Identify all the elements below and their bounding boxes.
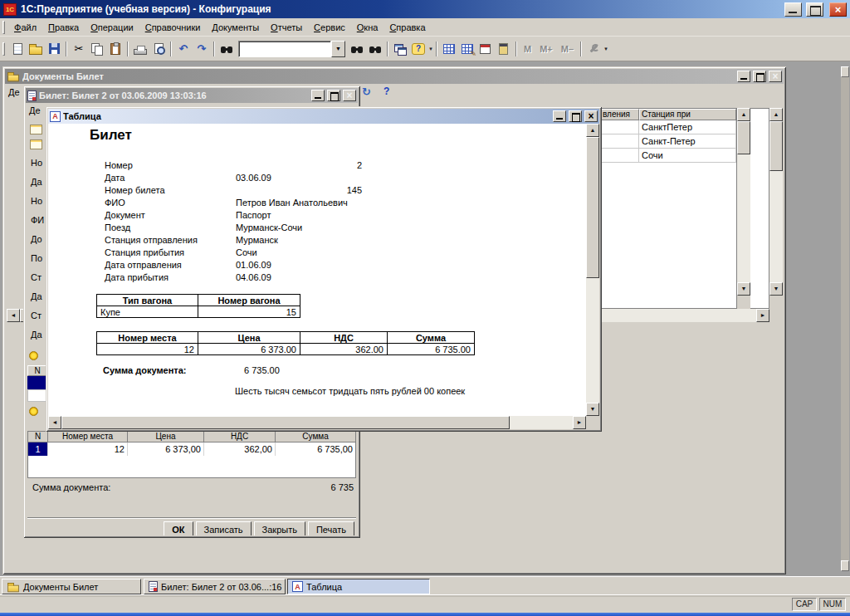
save-button[interactable] bbox=[45, 40, 63, 58]
print-button[interactable] bbox=[131, 40, 149, 58]
new-row-icon[interactable] bbox=[29, 351, 38, 360]
scrollbar-thumb[interactable] bbox=[586, 137, 599, 278]
maximize-icon[interactable] bbox=[806, 2, 823, 17]
table-button[interactable] bbox=[440, 40, 458, 58]
tools-dropdown-icon[interactable]: ▼ bbox=[603, 46, 608, 51]
toolbar-grip[interactable] bbox=[2, 42, 5, 56]
tab-ticket-form[interactable]: Билет: Билет 2 от 03.06...:16 bbox=[144, 579, 286, 594]
scroll-down-button[interactable] bbox=[737, 282, 750, 296]
scrollbar-thumb[interactable] bbox=[61, 416, 510, 429]
new-document-button[interactable] bbox=[8, 40, 27, 58]
minimize-icon[interactable] bbox=[311, 90, 325, 101]
table-edit-button[interactable]: ✎ bbox=[458, 40, 476, 58]
docs-window-titlebar[interactable]: Документы Билет bbox=[5, 69, 784, 84]
close-button[interactable]: Закрыть bbox=[254, 521, 305, 535]
new-row-icon[interactable] bbox=[29, 407, 38, 416]
column-header-vat[interactable]: НДС bbox=[204, 432, 276, 442]
maximize-icon[interactable] bbox=[753, 71, 766, 82]
help-icon[interactable]: ? bbox=[383, 86, 389, 97]
cut-button[interactable]: ✂ bbox=[70, 40, 88, 58]
print-preview-button[interactable] bbox=[149, 40, 168, 58]
scroll-up-button[interactable] bbox=[737, 108, 750, 121]
row-number-cell[interactable]: 1 bbox=[28, 442, 48, 456]
column-header-arrival-station[interactable]: Станция при bbox=[639, 109, 736, 120]
memory-mplus-button[interactable]: М+ bbox=[535, 44, 557, 54]
scroll-left-button[interactable] bbox=[48, 416, 61, 429]
close-icon[interactable] bbox=[769, 71, 782, 82]
close-icon[interactable] bbox=[343, 90, 356, 101]
menu-reports[interactable]: Отчеты bbox=[265, 20, 308, 35]
scroll-right-button[interactable] bbox=[573, 416, 586, 429]
memory-m-button[interactable]: М bbox=[520, 44, 535, 54]
find-next-button[interactable] bbox=[348, 40, 366, 58]
open-button[interactable] bbox=[27, 40, 45, 58]
vat-cell[interactable]: 362,00 bbox=[204, 442, 276, 456]
wagons-grid-selected-cell[interactable] bbox=[27, 376, 47, 389]
column-header-price[interactable]: Цена bbox=[128, 432, 204, 442]
column-header-sum[interactable]: Сумма bbox=[276, 432, 355, 442]
menu-file[interactable]: Файл bbox=[8, 20, 42, 35]
sum-cell[interactable]: 6 735,00 bbox=[276, 442, 355, 456]
mdi-scrollbar[interactable] bbox=[841, 66, 849, 571]
menu-service[interactable]: Сервис bbox=[308, 20, 351, 35]
seat-cell[interactable]: 12 bbox=[48, 442, 128, 456]
list-select-icon[interactable] bbox=[30, 125, 42, 134]
app-titlebar[interactable]: 1С 1С:Предприятие (учебная версия) - Кон… bbox=[0, 0, 850, 18]
chevron-down-icon[interactable]: ▼ bbox=[331, 41, 345, 57]
scroll-down-button[interactable] bbox=[841, 560, 849, 571]
menu-references[interactable]: Справочники bbox=[139, 20, 207, 35]
print-button[interactable]: Печать bbox=[308, 521, 354, 535]
seats-grid[interactable]: N Номер места Цена НДС Сумма 1 12 6 373,… bbox=[27, 431, 356, 478]
find-previous-button[interactable] bbox=[366, 40, 384, 58]
list-item[interactable]: СанктПетер bbox=[600, 120, 736, 134]
list-item[interactable]: Сочи bbox=[600, 149, 736, 163]
minimize-icon[interactable] bbox=[784, 2, 802, 17]
redo-button[interactable]: ↷ bbox=[193, 40, 211, 58]
scroll-left-button[interactable] bbox=[7, 309, 20, 322]
menu-windows[interactable]: Окна bbox=[351, 20, 384, 35]
scroll-up-button[interactable] bbox=[841, 66, 849, 77]
close-icon[interactable] bbox=[829, 2, 847, 17]
refresh-icon[interactable]: ↻ bbox=[362, 86, 371, 98]
paste-button[interactable] bbox=[106, 40, 125, 58]
close-icon[interactable] bbox=[584, 110, 598, 122]
calculator-button[interactable] bbox=[495, 40, 513, 58]
scroll-down-button[interactable] bbox=[769, 282, 783, 296]
undo-button[interactable]: ↶ bbox=[174, 40, 193, 58]
list-item[interactable]: Санкт-Петер bbox=[600, 134, 736, 149]
scrollbar-thumb[interactable] bbox=[769, 121, 783, 171]
help-button[interactable]: ? bbox=[409, 40, 427, 58]
find-button[interactable] bbox=[217, 40, 236, 58]
menu-operations[interactable]: Операции bbox=[85, 20, 139, 35]
docs-actions-button[interactable]: Де bbox=[8, 87, 20, 97]
windows-list-button[interactable] bbox=[391, 40, 409, 58]
tools-button[interactable] bbox=[584, 40, 603, 58]
maximize-icon[interactable] bbox=[327, 90, 340, 101]
minimize-icon[interactable] bbox=[553, 110, 566, 122]
table-window-titlebar[interactable]: А Таблица bbox=[48, 109, 599, 124]
copy-button[interactable] bbox=[88, 40, 106, 58]
column-header-seat[interactable]: Номер места bbox=[48, 432, 128, 442]
search-input[interactable] bbox=[238, 41, 331, 57]
scrollbar-thumb[interactable] bbox=[737, 121, 750, 154]
documents-list[interactable]: вления Станция при СанктПетер Санкт-Пете… bbox=[599, 108, 737, 309]
scroll-right-button[interactable] bbox=[756, 309, 769, 322]
list-select-icon[interactable] bbox=[30, 139, 42, 149]
menu-help[interactable]: Справка bbox=[383, 20, 431, 35]
memory-mminus-button[interactable]: М– bbox=[557, 44, 578, 54]
price-cell[interactable]: 6 373,00 bbox=[128, 442, 204, 456]
menu-edit[interactable]: Правка bbox=[42, 20, 85, 35]
minimize-icon[interactable] bbox=[737, 71, 750, 82]
column-header-n[interactable]: N bbox=[28, 432, 48, 442]
maximize-icon[interactable] bbox=[569, 110, 582, 122]
table-row[interactable]: 1 12 6 373,00 362,00 6 735,00 bbox=[28, 442, 355, 456]
column-header-departure-station[interactable]: вления bbox=[600, 109, 639, 120]
scroll-up-button[interactable] bbox=[769, 108, 783, 121]
menubar-grip[interactable] bbox=[2, 21, 5, 34]
ticket-actions-button[interactable]: Де bbox=[29, 105, 41, 115]
calendar-button[interactable] bbox=[476, 40, 495, 58]
tab-documents-bilet[interactable]: Документы Билет bbox=[2, 579, 141, 594]
scroll-down-button[interactable] bbox=[586, 403, 599, 416]
help-dropdown-icon[interactable]: ▼ bbox=[428, 46, 433, 51]
tab-table-preview[interactable]: А Таблица bbox=[287, 579, 430, 594]
